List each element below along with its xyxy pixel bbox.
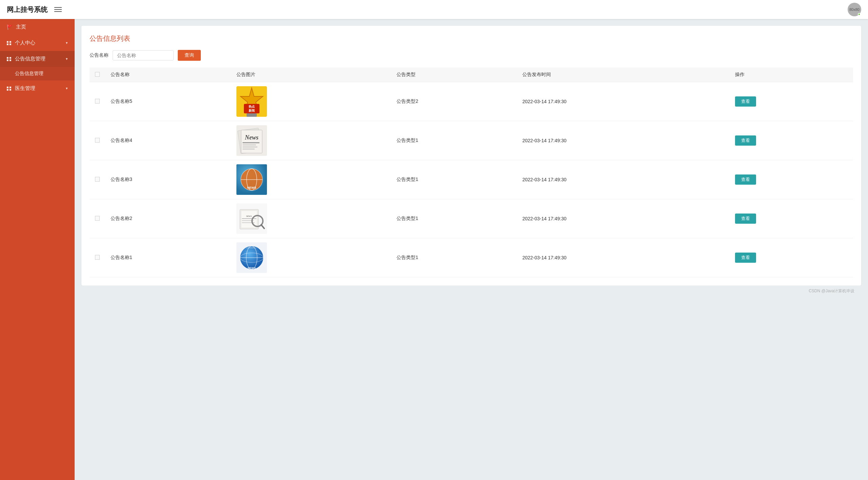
search-input[interactable]: [113, 50, 174, 60]
thumbnail-1: 热点 新闻: [236, 86, 267, 117]
row-checkbox-cell: [90, 160, 105, 199]
sidebar-item-doctor[interactable]: 医生管理 ▾: [0, 80, 75, 96]
row-checkbox-cell: [90, 121, 105, 160]
row-checkbox-2[interactable]: [95, 138, 100, 143]
thumbnail-3: NEWS: [236, 164, 267, 195]
footer-text: CSDN @Java计算机毕设: [809, 289, 854, 293]
content-card: 公告信息列表 公告名称 查询 公告名称 公告图片 公告类型: [81, 26, 861, 285]
row-checkbox-5[interactable]: [95, 255, 100, 260]
col-type: 公告类型: [391, 68, 517, 82]
row-name-2: 公告名称4: [105, 121, 231, 160]
row-name-1: 公告名称5: [105, 82, 231, 121]
svg-rect-11: [243, 145, 256, 145]
row-checkbox-cell: [90, 199, 105, 238]
row-type-2: 公告类型1: [391, 121, 517, 160]
chevron-down-icon-personal: ▾: [66, 41, 68, 45]
col-checkbox: [90, 68, 105, 82]
row-checkbox-1[interactable]: [95, 99, 100, 104]
svg-rect-24: [242, 218, 256, 219]
header: 网上挂号系统 80x80: [0, 0, 868, 19]
view-button-5[interactable]: 查看: [735, 253, 756, 263]
sidebar: 🚩 主页 个人中心 ▾ 公告信息管理 ▾ 公告信息管理: [0, 19, 75, 480]
avatar[interactable]: 80x80: [848, 3, 861, 16]
col-time: 公告发布时间: [517, 68, 730, 82]
svg-rect-10: [243, 142, 259, 143]
svg-rect-8: [241, 130, 262, 153]
sidebar-item-doctor-label: 医生管理: [15, 85, 35, 92]
grid-icon-announcement: [7, 57, 12, 61]
grid-icon-personal: [7, 41, 12, 45]
col-name: 公告名称: [105, 68, 231, 82]
row-checkbox-4[interactable]: [95, 216, 100, 221]
row-name-3: 公告名称3: [105, 160, 231, 199]
row-time-5: 2022-03-14 17:49:30: [517, 238, 730, 277]
row-action-3: 查看: [730, 160, 853, 199]
table-header-row: 公告名称 公告图片 公告类型 公告发布时间 操作: [90, 68, 853, 82]
thumbnail-5: NEWS: [236, 242, 267, 273]
row-type-4: 公告类型1: [391, 199, 517, 238]
table-row: 公告名称1 NEWS 公告类型1 2022-03-14 17:49:30 查看: [90, 238, 853, 277]
sidebar-item-home[interactable]: 🚩 主页: [0, 19, 75, 35]
table-row: 公告名称5 热点 新闻 公告类型2 2022-03-14 17:49:30 查看: [90, 82, 853, 121]
header-left: 网上挂号系统: [7, 5, 62, 14]
svg-text:新闻: 新闻: [249, 109, 255, 112]
row-time-2: 2022-03-14 17:49:30: [517, 121, 730, 160]
svg-rect-12: [243, 147, 257, 147]
app-title: 网上挂号系统: [7, 5, 47, 14]
svg-text:news: news: [246, 215, 252, 218]
sidebar-sub-announcement: 公告信息管理: [0, 67, 75, 80]
row-image-1: 热点 新闻: [231, 82, 391, 121]
thumbnail-2: News: [236, 125, 267, 156]
sidebar-item-personal-label: 个人中心: [15, 40, 35, 46]
row-type-1: 公告类型2: [391, 82, 517, 121]
row-image-3: NEWS: [231, 160, 391, 199]
row-type-3: 公告类型1: [391, 160, 517, 199]
sidebar-item-announcement[interactable]: 公告信息管理 ▾: [0, 51, 75, 67]
col-image: 公告图片: [231, 68, 391, 82]
svg-text:热点: 热点: [248, 105, 255, 108]
row-name-4: 公告名称2: [105, 199, 231, 238]
row-image-4: news: [231, 199, 391, 238]
table-row: 公告名称2 news 公告类型1 2022-03-14 17:49:30 查看: [90, 199, 853, 238]
table-row: 公告名称4 News 公告类型1 2022-03-14 17:49:30 查看: [90, 121, 853, 160]
row-time-1: 2022-03-14 17:49:30: [517, 82, 730, 121]
row-image-2: News: [231, 121, 391, 160]
row-type-5: 公告类型1: [391, 238, 517, 277]
sidebar-item-announcement-label: 公告信息管理: [15, 56, 45, 62]
sidebar-item-personal[interactable]: 个人中心 ▾: [0, 35, 75, 51]
row-time-4: 2022-03-14 17:49:30: [517, 199, 730, 238]
sidebar-item-home-label: 主页: [16, 24, 26, 30]
sidebar-sub-item-announcement-mgmt[interactable]: 公告信息管理: [0, 67, 75, 80]
svg-text:NEWS: NEWS: [247, 186, 256, 189]
row-image-5: NEWS: [231, 238, 391, 277]
grid-icon-doctor: [7, 87, 12, 91]
row-checkbox-3[interactable]: [95, 177, 100, 182]
avatar-text: 80x80: [849, 7, 860, 12]
row-action-2: 查看: [730, 121, 853, 160]
svg-text:News: News: [245, 134, 258, 141]
main-content: 公告信息列表 公告名称 查询 公告名称 公告图片 公告类型: [75, 19, 868, 480]
row-action-4: 查看: [730, 199, 853, 238]
col-action: 操作: [730, 68, 853, 82]
svg-rect-13: [243, 149, 255, 149]
search-label: 公告名称: [90, 52, 109, 58]
hamburger-icon[interactable]: [54, 7, 62, 12]
thumbnail-4: news: [236, 203, 267, 234]
search-bar: 公告名称 查询: [90, 50, 853, 61]
table-row: 公告名称3 NEWS 公告类型1 2022-03-14 17:49:30 查看: [90, 160, 853, 199]
view-button-4[interactable]: 查看: [735, 214, 756, 224]
row-action-1: 查看: [730, 82, 853, 121]
header-checkbox[interactable]: [95, 72, 100, 77]
sidebar-sub-item-announcement-mgmt-label: 公告信息管理: [15, 71, 43, 76]
chevron-down-icon-doctor: ▾: [66, 86, 68, 91]
view-button-1[interactable]: 查看: [735, 96, 756, 107]
search-button[interactable]: 查询: [178, 50, 201, 61]
row-checkbox-cell: [90, 238, 105, 277]
layout: 🚩 主页 个人中心 ▾ 公告信息管理 ▾ 公告信息管理: [0, 19, 868, 480]
avatar-status-dot: [858, 13, 861, 16]
view-button-3[interactable]: 查看: [735, 174, 756, 185]
chevron-down-icon-announcement: ▾: [66, 57, 68, 61]
row-name-5: 公告名称1: [105, 238, 231, 277]
row-checkbox-cell: [90, 82, 105, 121]
view-button-2[interactable]: 查看: [735, 135, 756, 146]
